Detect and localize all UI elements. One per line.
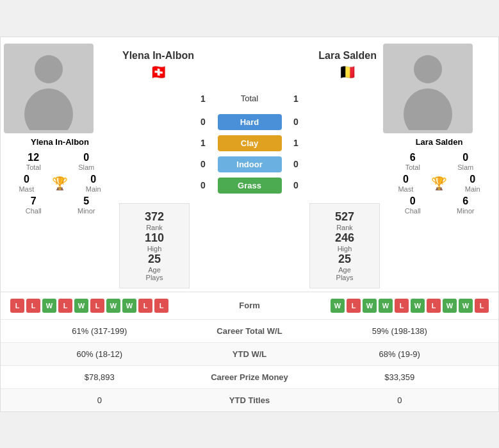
main-top-area: Ylena In-Albon 12 Total 0 Slam 0 Mast [1,37,498,292]
player2-plays-label: Plays [336,274,354,281]
player1-minor: 5 [83,195,89,207]
player2-high-label: High [338,245,352,253]
svg-point-2 [414,55,442,83]
form-badge-p2: W [411,299,425,313]
form-right: WLWWLWLWWL [301,299,489,313]
player2-rank-label: Rank [336,224,353,231]
player1-header: Ylena In-Albon 🇨🇭 [122,44,194,84]
player2-stat-row1: 6 Total 0 Slam [386,152,492,171]
form-badge-p1: W [106,299,120,313]
total-p2-score: 1 [288,94,304,104]
stats-label: Career Total W/L [186,326,314,336]
form-badge-p1: L [26,299,40,313]
form-badge-p1: L [58,299,72,313]
player1-rank-item: 372 Rank [145,210,164,231]
player1-area: Ylena In-Albon 12 Total 0 Slam 0 Mast [4,44,116,288]
form-badge-p2: W [363,299,377,313]
player2-age-value: 25 [338,253,351,266]
player1-plays-item: Plays [146,274,163,281]
player2-chall: 0 [410,195,416,207]
player2-area: Lara Salden 6 Total 0 Slam 0 Mast [383,44,495,288]
player2-stat-row3: 0 Chall 6 Minor [386,195,492,215]
player1-main-cell: 0 Main [78,174,110,193]
player1-stat-row3: 7 Chall 5 Minor [7,195,113,215]
form-badge-p2: W [331,299,345,313]
player1-flag: 🇨🇭 [150,64,167,81]
grass-p2-score: 0 [288,180,304,190]
clay-row: 1 Clay 1 [116,135,383,151]
clay-btn[interactable]: Clay [218,135,282,151]
player1-main: 0 [90,174,96,185]
player2-avatar [383,44,473,133]
player2-flag: 🇧🇪 [339,64,356,81]
indoor-btn[interactable]: Indoor [218,156,282,172]
main-container: Ylena In-Albon 12 Total 0 Slam 0 Mast [0,37,499,412]
stats-row: 60% (18-12) YTD W/L 68% (19-9) [1,342,498,365]
player1-high-label: High [147,245,162,253]
stats-p2-value: 0 [314,395,486,405]
player2-slam: 0 [462,152,468,163]
player2-slam-cell: 0 Slam [450,152,482,171]
stats-label: YTD W/L [186,349,314,359]
hard-row: 0 Hard 0 [116,114,383,130]
player1-total-cell: 12 Total [17,152,49,171]
player2-high-item: 246 High [335,231,354,253]
form-badge-p2: W [443,299,457,313]
total-label: Total [218,94,282,103]
total-row: 1 Total 1 [116,94,383,104]
player1-main-label: Main [86,185,101,193]
player2-total-label: Total [405,163,420,171]
indoor-p1-score: 0 [195,159,211,169]
player2-name: Lara Salden [383,137,495,147]
player2-rank-value: 527 [335,210,354,224]
player1-slam-cell: 0 Slam [70,152,102,171]
player1-trophy-icon: 🏆 [52,176,68,191]
player2-mast-cell: 0 Mast [389,174,421,193]
player2-total-cell: 6 Total [397,152,429,171]
center-area: Ylena In-Albon 🇨🇭 Lara Salden 🇧🇪 1 Total… [116,44,383,288]
player1-total-label: Total [26,163,41,171]
player2-chall-cell: 0 Chall [397,195,429,215]
player2-plays-item: Plays [336,274,354,281]
form-badge-p2: L [475,299,489,313]
form-badge-p2: W [459,299,473,313]
player2-trophy-icon: 🏆 [431,176,447,191]
player1-trophy-row: 0 Mast 🏆 0 Main [7,174,113,193]
grass-btn[interactable]: Grass [218,178,282,194]
player2-header-name: Lara Salden [318,50,377,62]
player2-mast: 0 [403,174,409,185]
player1-rank-box: 372 Rank 110 High 25 Age Plays [119,203,190,288]
player2-main-label: Main [465,185,480,193]
stats-p2-value: 59% (198-138) [314,326,486,336]
player1-chall-cell: 7 Chall [17,195,49,215]
player1-total: 12 [28,152,39,163]
player1-mast-label: Mast [19,185,34,193]
player2-trophy-row: 0 Mast 🏆 0 Main [386,174,492,193]
player1-age-value: 25 [148,253,161,266]
form-badge-p2: L [395,299,409,313]
stats-p1-value: 60% (18-12) [13,349,186,359]
form-section: LLWLWLWWLL Form WLWWLWLWWL [1,292,498,319]
player1-plays-label: Plays [146,274,163,281]
form-label: Form [199,301,301,310]
hard-btn[interactable]: Hard [218,114,282,130]
grass-row: 0 Grass 0 [116,178,383,194]
player1-chall: 7 [31,195,37,207]
hard-p2-score: 0 [288,117,304,127]
player2-chall-label: Chall [405,207,421,215]
form-badge-p1: L [90,299,104,313]
stats-row: $78,893 Career Prize Money $33,359 [1,365,498,388]
svg-point-3 [404,88,452,130]
player2-header: Lara Salden 🇧🇪 [318,44,377,84]
svg-point-1 [24,88,73,130]
stats-container: 61% (317-199) Career Total W/L 59% (198-… [1,319,498,411]
stats-p2-value: 68% (19-9) [314,349,486,359]
player1-stat-row1: 12 Total 0 Slam [7,152,113,171]
player2-high-value: 246 [335,231,354,245]
player2-age-item: 25 Age [338,253,351,274]
player2-minor: 6 [462,195,468,207]
player2-rank-box: 527 Rank 246 High 25 Age Plays [309,203,380,288]
player1-rank-value: 372 [145,210,164,224]
player1-slam: 0 [83,152,89,163]
stats-p2-value: $33,359 [314,372,486,382]
